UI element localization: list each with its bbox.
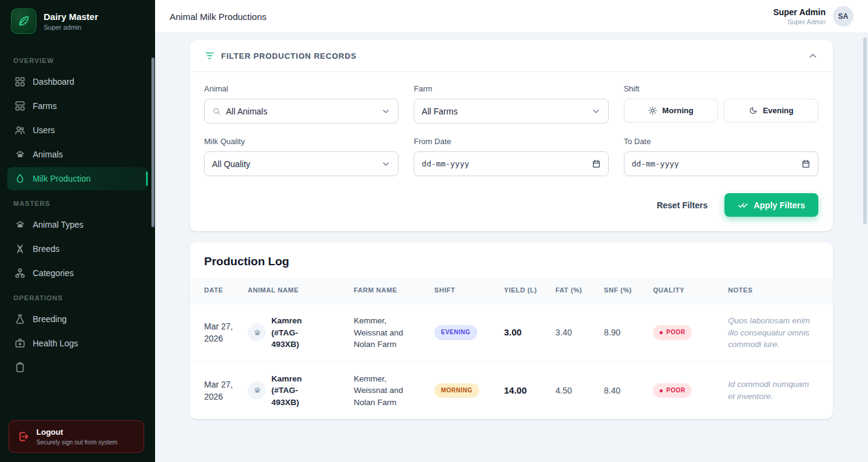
apply-filters-label: Apply Filters bbox=[754, 200, 805, 210]
sidebar-item-label: Animals bbox=[33, 150, 63, 159]
cell-farm: Kemmer, Weissnat and Nolan Farm bbox=[349, 361, 429, 419]
calendar-icon[interactable] bbox=[592, 159, 601, 168]
cell-shift: EVENING bbox=[429, 303, 499, 361]
table-header-row: DATE ANIMAL NAME FARM NAME SHIFT YIELD (… bbox=[190, 278, 833, 303]
sun-icon bbox=[648, 106, 657, 115]
sidebar-item-partial[interactable] bbox=[7, 356, 148, 379]
cell-farm: Kemmer, Weissnat and Nolan Farm bbox=[349, 303, 429, 361]
sidebar-item-categories[interactable]: Categories bbox=[7, 262, 148, 285]
sidebar-item-breeds[interactable]: Breeds bbox=[7, 237, 148, 260]
evening-shift-button[interactable]: Evening bbox=[724, 99, 818, 122]
to-date-placeholder: dd-mm-yyyy bbox=[632, 159, 679, 168]
quality-field-label: Milk Quality bbox=[204, 137, 399, 146]
calendar-icon[interactable] bbox=[801, 159, 810, 168]
cell-snf: 8.40 bbox=[599, 361, 648, 419]
animal-paw-icon bbox=[248, 381, 266, 400]
column-header-farm-name: FARM NAME bbox=[349, 278, 429, 303]
sidebar-item-label: Milk Production bbox=[33, 174, 91, 183]
logout-button[interactable]: Logout Securely sign out from system bbox=[8, 420, 144, 453]
cell-quality: POOR bbox=[648, 303, 723, 361]
animal-name: Kamren (#TAG-493XB) bbox=[271, 315, 310, 351]
brand-logo-icon bbox=[11, 8, 36, 34]
sidebar-item-label: Animal Types bbox=[33, 220, 84, 229]
page-scrollbar[interactable] bbox=[863, 38, 867, 224]
funnel-icon bbox=[204, 50, 215, 61]
avatar[interactable]: SA bbox=[833, 6, 853, 27]
nav-section-operations: OPERATIONS bbox=[0, 286, 155, 306]
production-log-table: DATE ANIMAL NAME FARM NAME SHIFT YIELD (… bbox=[190, 278, 833, 419]
cell-yield: 3.00 bbox=[499, 303, 551, 361]
main-area: Animal Milk Productions Super Admin Supe… bbox=[155, 0, 868, 462]
sidebar-scrollbar[interactable] bbox=[151, 58, 154, 227]
page-title: Animal Milk Productions bbox=[170, 12, 267, 22]
sidebar-item-breeding[interactable]: Breeding bbox=[7, 308, 148, 331]
farm-select-value: All Farms bbox=[422, 107, 457, 116]
cell-shift: MORNING bbox=[429, 361, 499, 419]
user-role: Super Admin bbox=[773, 18, 826, 25]
morning-shift-button[interactable]: Morning bbox=[624, 99, 718, 122]
to-date-input[interactable]: dd-mm-yyyy bbox=[624, 151, 818, 176]
cell-fat: 3.40 bbox=[551, 303, 599, 361]
cell-fat: 4.50 bbox=[551, 361, 599, 419]
animal-select[interactable]: All Animals bbox=[204, 99, 399, 124]
chevron-up-icon[interactable] bbox=[807, 50, 818, 61]
status-dot bbox=[660, 389, 663, 392]
filter-panel-title: FILTER PRODUCTION RECORDS bbox=[221, 51, 357, 61]
column-header-shift: SHIFT bbox=[429, 278, 499, 303]
brand-title: Dairy Master bbox=[44, 12, 98, 22]
from-date-input[interactable]: dd-mm-yyyy bbox=[414, 151, 608, 176]
animal-select-value: All Animals bbox=[226, 107, 267, 116]
chevron-down-icon bbox=[591, 107, 601, 116]
nav-section-overview: OVERVIEW bbox=[0, 48, 155, 69]
production-log-title: Production Log bbox=[190, 242, 833, 278]
apply-filters-button[interactable]: Apply Filters bbox=[724, 193, 818, 217]
user-name: Super Admin bbox=[773, 7, 826, 17]
sidebar-item-health-logs[interactable]: Health Logs bbox=[7, 332, 148, 355]
column-header-date: DATE bbox=[190, 278, 243, 303]
app-root: Dairy Master Super admin OVERVIEW Dashbo… bbox=[0, 0, 868, 462]
column-header-yield: YIELD (L) bbox=[499, 278, 551, 303]
sidebar-item-label: Health Logs bbox=[33, 338, 78, 348]
filter-panel: FILTER PRODUCTION RECORDS Animal All Ani… bbox=[190, 40, 833, 231]
sidebar-item-farms[interactable]: Farms bbox=[7, 94, 148, 117]
sidebar-item-milk-production[interactable]: Milk Production bbox=[7, 167, 148, 190]
farm-select[interactable]: All Farms bbox=[414, 99, 608, 124]
shift-badge: EVENING bbox=[434, 325, 477, 340]
production-log-panel: Production Log DATE ANIMAL NAME FARM NAM… bbox=[190, 242, 833, 419]
column-header-snf: SNF (%) bbox=[599, 278, 648, 303]
from-date-placeholder: dd-mm-yyyy bbox=[422, 159, 469, 168]
cell-yield: 14.00 bbox=[499, 361, 551, 419]
sidebar-item-label: Users bbox=[33, 125, 55, 135]
sidebar-item-animal-types[interactable]: Animal Types bbox=[7, 213, 148, 236]
table-row: Mar 27, 2026 Kamren (#TAG-493XB) Kemmer,… bbox=[190, 303, 833, 361]
column-header-fat: FAT (%) bbox=[551, 278, 599, 303]
user-menu: Super Admin Super Admin SA bbox=[773, 6, 853, 27]
sidebar-nav: OVERVIEW Dashboard Farms Users Animals M… bbox=[0, 44, 155, 462]
reset-filters-button[interactable]: Reset Filters bbox=[651, 196, 714, 215]
animal-name: Kamren (#TAG-493XB) bbox=[271, 373, 310, 409]
morning-label: Morning bbox=[662, 106, 693, 115]
sidebar-item-users[interactable]: Users bbox=[7, 119, 148, 142]
paw-icon bbox=[15, 219, 25, 230]
sidebar-item-animals[interactable]: Animals bbox=[7, 143, 148, 166]
chevron-down-icon bbox=[381, 159, 391, 169]
farm-field-label: Farm bbox=[414, 84, 608, 93]
column-header-quality: QUALITY bbox=[648, 278, 723, 303]
to-date-label: To Date bbox=[624, 137, 818, 146]
sidebar-item-label: Dashboard bbox=[33, 77, 75, 87]
shift-badge: MORNING bbox=[434, 383, 479, 398]
layout-icon bbox=[15, 101, 25, 111]
sidebar-item-dashboard[interactable]: Dashboard bbox=[7, 70, 148, 93]
column-header-animal-name: ANIMAL NAME bbox=[243, 278, 349, 303]
evening-label: Evening bbox=[763, 106, 793, 115]
clipboard-icon bbox=[15, 362, 25, 373]
quality-select[interactable]: All Quality bbox=[204, 151, 399, 176]
quality-select-value: All Quality bbox=[212, 159, 250, 169]
sidebar: Dairy Master Super admin OVERVIEW Dashbo… bbox=[0, 0, 155, 462]
sidebar-item-label: Breeds bbox=[33, 244, 59, 254]
status-dot bbox=[660, 331, 663, 334]
cell-animal: Kamren (#TAG-493XB) bbox=[243, 303, 349, 361]
content-area: FILTER PRODUCTION RECORDS Animal All Ani… bbox=[155, 33, 868, 462]
animal-field-label: Animal bbox=[204, 84, 399, 93]
cell-snf: 8.90 bbox=[599, 303, 648, 361]
